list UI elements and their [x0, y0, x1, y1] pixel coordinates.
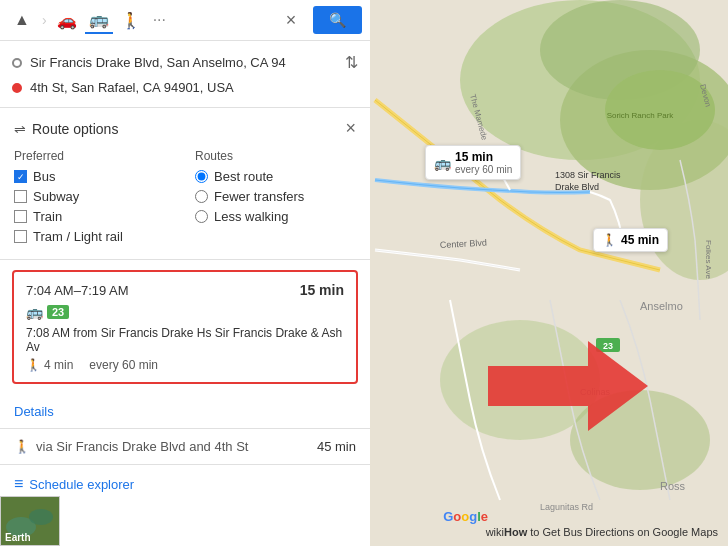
- schedule-icon: ≡: [14, 475, 23, 493]
- route-time-range: 7:04 AM–7:19 AM: [26, 283, 129, 298]
- route-bus-icon: 🚌: [26, 304, 43, 320]
- wikihow-suffix: to Get Bus Directions on Google Maps: [527, 526, 718, 538]
- walk-callout-time: 45 min: [621, 233, 659, 247]
- option-less-walking: Less walking: [195, 209, 356, 224]
- origin-dot: [12, 58, 22, 68]
- tram-checkbox[interactable]: [14, 230, 27, 243]
- destination-row: 4th St, San Rafael, CA 94901, USA: [12, 76, 358, 99]
- svg-point-24: [29, 509, 53, 525]
- bus-callout-time: 15 min: [455, 150, 512, 164]
- preferred-column: Preferred ✓ Bus Subway Train Tram / Ligh…: [14, 149, 175, 249]
- bus-checkbox[interactable]: ✓: [14, 170, 27, 183]
- svg-text:Anselmo: Anselmo: [640, 300, 683, 312]
- walking-route-text: via Sir Francis Drake Blvd and 4th St: [36, 439, 248, 454]
- nav-more-dots[interactable]: ···: [153, 11, 166, 29]
- bus-label: Bus: [33, 169, 55, 184]
- walk-icon: 🚶: [26, 358, 41, 372]
- address-section: Sir Francis Drake Blvd, San Anselmo, CA …: [0, 41, 370, 108]
- schedule-label: Schedule explorer: [29, 477, 134, 492]
- routes-title: Routes: [195, 149, 356, 163]
- nav-mode-car[interactable]: 🚗: [53, 6, 81, 34]
- bus-time-callout: 🚌 15 min every 60 min: [425, 145, 521, 180]
- left-panel: ▲ › 🚗 🚌 🚶 ··· × 🔍 Sir Francis Drake Blvd…: [0, 0, 370, 546]
- swap-button[interactable]: ⇅: [345, 53, 358, 72]
- preferred-title: Preferred: [14, 149, 175, 163]
- route-duration: 15 min: [300, 282, 344, 298]
- wikihow-prefix: wiki: [486, 526, 504, 538]
- origin-row: Sir Francis Drake Blvd, San Anselmo, CA …: [12, 49, 358, 76]
- route-card-header: 7:04 AM–7:19 AM 15 min: [26, 282, 344, 298]
- option-best-route: Best route: [195, 169, 356, 184]
- walking-icon: 🚶: [14, 439, 30, 454]
- svg-text:Colinas: Colinas: [580, 387, 611, 397]
- walking-route-info: 🚶 via Sir Francis Drake Blvd and 4th St: [14, 439, 248, 454]
- train-checkbox[interactable]: [14, 210, 27, 223]
- fewer-transfers-label: Fewer transfers: [214, 189, 304, 204]
- less-walking-label: Less walking: [214, 209, 288, 224]
- search-button[interactable]: 🔍: [313, 6, 362, 34]
- nav-close-button[interactable]: ×: [279, 8, 303, 32]
- option-tram: Tram / Light rail: [14, 229, 175, 244]
- walking-duration: 45 min: [317, 439, 356, 454]
- subway-label: Subway: [33, 189, 79, 204]
- route-card[interactable]: 7:04 AM–7:19 AM 15 min 🚌 23 7:08 AM from…: [12, 270, 358, 384]
- earth-thumbnail[interactable]: Earth: [0, 496, 60, 546]
- schedule-link[interactable]: ≡ Schedule explorer: [14, 475, 356, 493]
- fewer-transfers-radio[interactable]: [195, 190, 208, 203]
- route-icons-row: 🚌 23: [26, 304, 344, 320]
- route-options-header: ⇌ Route options ×: [14, 118, 356, 139]
- route-detail-text: 7:08 AM from Sir Francis Drake Hs Sir Fr…: [26, 326, 344, 354]
- bus-callout-icon: 🚌: [434, 155, 451, 171]
- route-options-title: ⇌ Route options: [14, 121, 118, 137]
- option-fewer-transfers: Fewer transfers: [195, 189, 356, 204]
- svg-text:Folkes Ave: Folkes Ave: [704, 240, 713, 280]
- origin-address[interactable]: Sir Francis Drake Blvd, San Anselmo, CA …: [30, 55, 337, 70]
- earth-label: Earth: [5, 532, 31, 543]
- subway-checkbox[interactable]: [14, 190, 27, 203]
- train-label: Train: [33, 209, 62, 224]
- google-logo: Google: [443, 509, 488, 524]
- route-options-panel: ⇌ Route options × Preferred ✓ Bus Subway: [0, 108, 370, 260]
- walk-time-callout: 🚶 45 min: [593, 228, 668, 252]
- routes-column: Routes Best route Fewer transfers Less w…: [195, 149, 356, 249]
- bus-callout-sub: every 60 min: [455, 164, 512, 175]
- directions-icon[interactable]: ▲: [8, 6, 36, 34]
- details-section: Details: [0, 394, 370, 429]
- route-options-label: Route options: [32, 121, 118, 137]
- best-route-label: Best route: [214, 169, 273, 184]
- svg-point-7: [605, 70, 715, 150]
- walking-route-row[interactable]: 🚶 via Sir Francis Drake Blvd and 4th St …: [0, 429, 370, 465]
- option-subway: Subway: [14, 189, 175, 204]
- route-options-close[interactable]: ×: [345, 118, 356, 139]
- route-sub-info: 🚶 4 min every 60 min: [26, 358, 344, 372]
- svg-text:Drake Blvd: Drake Blvd: [555, 182, 599, 192]
- top-nav: ▲ › 🚗 🚌 🚶 ··· × 🔍: [0, 0, 370, 41]
- nav-separator-1: ›: [42, 12, 47, 28]
- less-walking-radio[interactable]: [195, 210, 208, 223]
- walk-callout-icon: 🚶: [602, 233, 617, 247]
- route-bus-number: 23: [47, 305, 69, 319]
- frequency: every 60 min: [89, 358, 158, 372]
- walk-info: 🚶 4 min: [26, 358, 73, 372]
- route-options-icon: ⇌: [14, 121, 26, 137]
- tram-label: Tram / Light rail: [33, 229, 123, 244]
- svg-text:Sorich Ranch Park: Sorich Ranch Park: [607, 111, 675, 120]
- options-columns: Preferred ✓ Bus Subway Train Tram / Ligh…: [14, 149, 356, 249]
- walk-time: 4 min: [44, 358, 73, 372]
- svg-text:1308 Sir Francis: 1308 Sir Francis: [555, 170, 621, 180]
- svg-text:Lagunitas Rd: Lagunitas Rd: [540, 502, 593, 512]
- wikihow-watermark: wikiHow to Get Bus Directions on Google …: [486, 526, 718, 538]
- details-link[interactable]: Details: [14, 404, 54, 419]
- nav-mode-walk[interactable]: 🚶: [117, 6, 145, 34]
- option-train: Train: [14, 209, 175, 224]
- destination-address[interactable]: 4th St, San Rafael, CA 94901, USA: [30, 80, 358, 95]
- wikihow-brand: How: [504, 526, 527, 538]
- option-bus: ✓ Bus: [14, 169, 175, 184]
- best-route-radio[interactable]: [195, 170, 208, 183]
- nav-mode-transit[interactable]: 🚌: [85, 6, 113, 34]
- svg-text:23: 23: [603, 341, 613, 351]
- svg-text:Ross: Ross: [660, 480, 686, 492]
- destination-dot: [12, 83, 22, 93]
